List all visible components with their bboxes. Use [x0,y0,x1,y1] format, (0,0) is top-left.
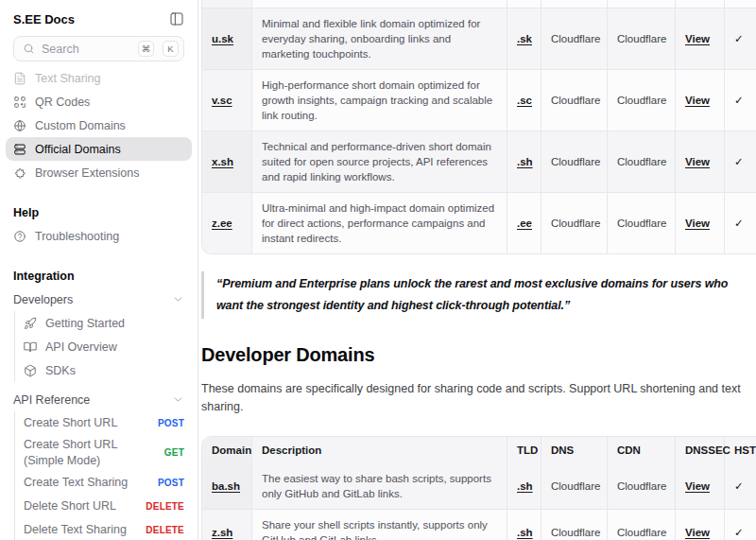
table-row: ba.sh The easiest way to share bash scri… [202,463,756,509]
premium-plans-quote: “Premium and Enterprise plans unlock the… [201,271,742,319]
sidebar-item-qr-codes[interactable]: QR Codes [6,90,192,113]
hsts-check-mark: ✓ [724,69,756,131]
dnssec-view-link[interactable]: View [685,527,710,538]
shortcut-cmd-key: ⌘ [138,41,154,57]
sidebar-header: S.EE Docs [13,8,184,30]
dns-value: Cloudflare [541,8,607,69]
table-header-row: Domain Description TLD DNS CDN DNSSEC HS… [202,437,756,463]
section-title-help: Help [13,200,184,224]
sidebar-item-label: Create Short URL [24,415,152,431]
method-badge: DELETE [146,501,184,512]
hsts-check-mark: ✓ [724,131,756,192]
domain-link[interactable]: z.ee [212,218,232,229]
method-badge: POST [158,418,184,428]
shortcut-k-key: K [163,41,179,57]
sidebar-item-label: Delete Text Sharing [24,522,140,538]
sidebar-item-label: QR Codes [35,96,90,109]
tld-link[interactable]: .sc [517,95,532,106]
page-heading-developer-domains: Developer Domains [201,344,756,366]
table-row-partial [202,0,756,8]
cdn-value: Cloudflare [607,69,675,131]
developers-sublist: Getting Started API Overview SDKs [14,311,184,382]
sidebar-item-text-sharing[interactable]: Text Sharing [6,66,192,90]
sidebar-item-delete-text-sharing[interactable]: Delete Text Sharing DELETE [22,518,184,540]
sidebar-item-sdks[interactable]: SDKs [22,358,184,382]
tld-link[interactable]: .sk [517,33,532,44]
dnssec-view-link[interactable]: View [685,480,710,492]
developer-domains-intro: These domains are specifically designed … [201,380,751,415]
tld-link[interactable]: .sh [517,156,533,167]
tld-link[interactable]: .sh [517,480,533,492]
col-header-cdn: CDN [607,437,675,463]
sidebar-item-create-text-sharing[interactable]: Create Text Sharing POST [22,471,184,495]
domain-link[interactable]: z.sh [212,527,232,538]
hsts-check-mark: ✓ [724,509,756,540]
method-badge: GET [164,447,184,458]
sidebar-item-label: Create Text Sharing [24,475,152,491]
dns-value: Cloudflare [541,131,607,192]
domain-description: Ultra-minimal and high-impact domain opt… [251,192,507,253]
domain-description: High-performance short domain optimized … [251,69,507,131]
domain-description: Technical and performance-driven short d… [251,131,507,192]
cdn-value: Cloudflare [607,131,675,192]
table-row: z.sh Share your shell scripts instantly,… [202,509,756,540]
sidebar-item-label: Browser Extensions [35,166,139,180]
dnssec-view-link[interactable]: View [685,33,710,44]
app-title: S.EE Docs [13,12,75,26]
sidebar-item-browser-extensions[interactable]: Browser Extensions [6,161,192,184]
sidebar-item-delete-short-url[interactable]: Delete Short URL DELETE [22,495,184,518]
sidebar-item-api-overview[interactable]: API Overview [22,335,184,358]
domain-link[interactable]: x.sh [212,156,233,167]
qr-code-icon [13,96,26,109]
sidebar-item-label: Delete Short URL [24,498,140,514]
search-input[interactable]: Search ⌘ K [13,36,184,61]
cdn-value: Cloudflare [607,463,675,509]
dnssec-view-link[interactable]: View [685,218,710,229]
server-icon [13,143,26,156]
sidebar-toggle-button[interactable] [169,11,184,26]
collapser-label: Developers [13,293,73,306]
sidebar-item-custom-domains[interactable]: Custom Domains [6,113,192,137]
sidebar-item-create-short-url[interactable]: Create Short URL POST [22,411,184,435]
hsts-check-mark: ✓ [724,463,756,509]
sidebar-item-official-domains[interactable]: Official Domains [6,137,192,161]
hsts-check-mark: ✓ [724,192,756,253]
col-header-dns: DNS [541,437,607,463]
help-circle-icon [13,230,26,243]
sidebar-item-getting-started[interactable]: Getting Started [22,311,184,335]
sidebar-item-create-short-url-simple[interactable]: Create Short URL (Simple Mode) GET [22,435,184,471]
col-header-dnssec: DNSSEC [675,437,724,463]
col-header-tld: TLD [507,437,541,463]
sidebar-item-label: Custom Domains [35,119,126,132]
dns-value: Cloudflare [541,509,607,540]
cdn-value: Cloudflare [607,8,675,69]
table-row: z.ee Ultra-minimal and high-impact domai… [202,192,756,253]
domain-description: Share your shell scripts instantly, supp… [251,509,507,540]
sidebar-item-label: Create Short URL (Simple Mode) [24,437,159,469]
method-badge: POST [158,478,184,488]
sidebar-item-label: Troubleshooting [35,230,119,243]
tld-link[interactable]: .sh [517,527,533,538]
col-header-description: Description [251,437,507,463]
sidebar: S.EE Docs Search ⌘ K Text Sharing QR Cod… [0,0,198,540]
puzzle-icon [13,166,26,180]
dnssec-view-link[interactable]: View [685,95,710,106]
main-content: u.sk Minimal and flexible link domain op… [198,0,756,540]
search-icon [23,43,35,55]
panel-left-icon [169,11,184,26]
domain-link[interactable]: v.sc [212,95,232,106]
sidebar-item-troubleshooting[interactable]: Troubleshooting [6,224,192,248]
api-reference-sublist: Create Short URL POST Create Short URL (… [14,411,184,540]
collapser-developers[interactable]: Developers [13,287,184,311]
collapser-api-reference[interactable]: API Reference [13,388,184,411]
domain-description: The easiest way to share bash scripts, s… [251,463,507,509]
dnssec-view-link[interactable]: View [685,156,710,167]
tld-link[interactable]: .ee [517,218,532,229]
hsts-check-mark: ✓ [724,8,756,69]
table-row: u.sk Minimal and flexible link domain op… [202,8,756,69]
domain-link[interactable]: ba.sh [212,480,240,492]
sidebar-item-label: API Overview [45,340,117,354]
sidebar-item-label: SDKs [45,364,76,377]
section-title-integration: Integration [13,264,184,287]
domain-link[interactable]: u.sk [212,33,233,44]
